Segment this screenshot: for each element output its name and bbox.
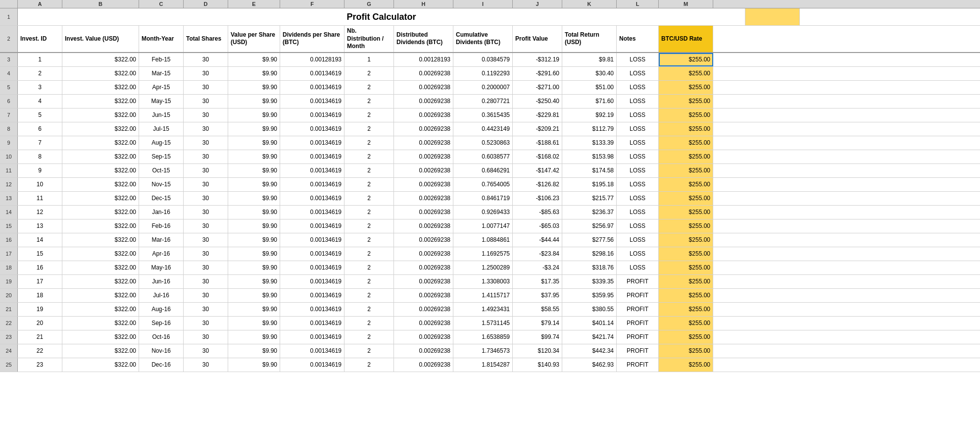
cell-month-year[interactable]: Mar-15 (139, 67, 184, 80)
cell-cumulative-dividents[interactable]: 1.7346573 (453, 344, 513, 358)
cell-nb-distribution[interactable]: 2 (344, 108, 394, 122)
cell-invest-id[interactable]: 1 (18, 53, 62, 66)
cell-total-shares[interactable]: 30 (184, 178, 228, 191)
cell-total-return[interactable]: $401.14 (562, 317, 617, 330)
cell-btc-usd-rate[interactable]: $255.00 (659, 330, 713, 344)
cell-month-year[interactable]: Sep-15 (139, 150, 184, 163)
cell-invest-id[interactable]: 21 (18, 330, 62, 344)
cell-total-shares[interactable]: 30 (184, 289, 228, 302)
col-header-b[interactable]: B (62, 0, 139, 8)
cell-cumulative-dividents[interactable]: 0.1192293 (453, 67, 513, 80)
cell-invest-value[interactable]: $322.00 (62, 122, 139, 136)
cell-invest-id[interactable]: 16 (18, 261, 62, 274)
cell-invest-value[interactable]: $322.00 (62, 275, 139, 288)
cell-distributed-dividends[interactable]: 0.00269238 (394, 303, 453, 316)
cell-distributed-dividends[interactable]: 0.00269238 (394, 67, 453, 80)
cell-total-return[interactable]: $174.58 (562, 164, 617, 177)
table-row[interactable]: 9 7 $322.00 Aug-15 30 $9.90 0.00134619 2… (0, 136, 980, 150)
cell-notes[interactable]: LOSS (617, 67, 659, 80)
cell-distributed-dividends[interactable]: 0.00269238 (394, 136, 453, 150)
cell-total-shares[interactable]: 30 (184, 150, 228, 163)
cell-total-return[interactable]: $153.98 (562, 150, 617, 163)
cell-cumulative-dividents[interactable]: 0.9269433 (453, 206, 513, 219)
cell-nb-distribution[interactable]: 2 (344, 344, 394, 358)
cell-invest-id[interactable]: 8 (18, 150, 62, 163)
table-row[interactable]: 13 11 $322.00 Dec-15 30 $9.90 0.00134619… (0, 192, 980, 206)
cell-invest-id[interactable]: 10 (18, 178, 62, 191)
cell-notes[interactable]: LOSS (617, 192, 659, 205)
cell-invest-id[interactable]: 19 (18, 303, 62, 316)
cell-invest-value[interactable]: $322.00 (62, 192, 139, 205)
cell-profit-value[interactable]: $140.93 (513, 358, 562, 372)
cell-invest-id[interactable]: 13 (18, 219, 62, 233)
cell-notes[interactable]: LOSS (617, 150, 659, 163)
cell-total-shares[interactable]: 30 (184, 247, 228, 261)
cell-btc-usd-rate[interactable]: $255.00 (659, 289, 713, 302)
cell-invest-value[interactable]: $322.00 (62, 219, 139, 233)
col-header-m[interactable]: M (659, 0, 713, 8)
cell-btc-usd-rate[interactable]: $255.00 (659, 136, 713, 150)
cell-month-year[interactable]: Mar-16 (139, 233, 184, 247)
cell-invest-id[interactable]: 14 (18, 233, 62, 247)
cell-dividends-per-share[interactable]: 0.00134619 (280, 108, 344, 122)
cell-notes[interactable]: PROFIT (617, 303, 659, 316)
cell-notes[interactable]: LOSS (617, 219, 659, 233)
cell-distributed-dividends[interactable]: 0.00128193 (394, 53, 453, 66)
col-header-f[interactable]: F (280, 0, 344, 8)
cell-dividends-per-share[interactable]: 0.00134619 (280, 344, 344, 358)
cell-btc-usd-rate[interactable]: $255.00 (659, 303, 713, 316)
cell-btc-usd-rate[interactable]: $255.00 (659, 164, 713, 177)
cell-cumulative-dividents[interactable]: 0.7654005 (453, 178, 513, 191)
cell-btc-usd-rate[interactable]: $255.00 (659, 81, 713, 94)
cell-total-shares[interactable]: 30 (184, 122, 228, 136)
cell-invest-id[interactable]: 18 (18, 289, 62, 302)
cell-dividends-per-share[interactable]: 0.00134619 (280, 67, 344, 80)
cell-btc-usd-rate[interactable]: $255.00 (659, 95, 713, 108)
cell-cumulative-dividents[interactable]: 0.2000007 (453, 81, 513, 94)
cell-invest-id[interactable]: 23 (18, 358, 62, 372)
table-row[interactable]: 22 20 $322.00 Sep-16 30 $9.90 0.00134619… (0, 317, 980, 330)
cell-total-return[interactable]: $112.79 (562, 122, 617, 136)
table-row[interactable]: 20 18 $322.00 Jul-16 30 $9.90 0.00134619… (0, 289, 980, 303)
cell-invest-value[interactable]: $322.00 (62, 344, 139, 358)
cell-month-year[interactable]: Sep-16 (139, 317, 184, 330)
cell-invest-value[interactable]: $322.00 (62, 233, 139, 247)
cell-total-return[interactable]: $359.95 (562, 289, 617, 302)
cell-month-year[interactable]: Apr-15 (139, 81, 184, 94)
cell-value-per-share[interactable]: $9.90 (228, 261, 280, 274)
cell-dividends-per-share[interactable]: 0.00134619 (280, 330, 344, 344)
cell-total-return[interactable]: $277.56 (562, 233, 617, 247)
cell-distributed-dividends[interactable]: 0.00269238 (394, 206, 453, 219)
cell-profit-value[interactable]: -$229.81 (513, 108, 562, 122)
cell-profit-value[interactable]: -$3.24 (513, 261, 562, 274)
cell-invest-value[interactable]: $322.00 (62, 53, 139, 66)
cell-invest-value[interactable]: $322.00 (62, 330, 139, 344)
cell-dividends-per-share[interactable]: 0.00134619 (280, 317, 344, 330)
col-header-l[interactable]: L (617, 0, 659, 8)
cell-notes[interactable]: LOSS (617, 53, 659, 66)
cell-month-year[interactable]: Aug-16 (139, 303, 184, 316)
col-header-c[interactable]: C (139, 0, 184, 8)
cell-nb-distribution[interactable]: 2 (344, 330, 394, 344)
cell-btc-usd-rate[interactable]: $255.00 (659, 233, 713, 247)
cell-total-shares[interactable]: 30 (184, 219, 228, 233)
cell-nb-distribution[interactable]: 2 (344, 275, 394, 288)
cell-dividends-per-share[interactable]: 0.00134619 (280, 178, 344, 191)
cell-month-year[interactable]: Dec-16 (139, 358, 184, 372)
cell-invest-value[interactable]: $322.00 (62, 178, 139, 191)
cell-value-per-share[interactable]: $9.90 (228, 275, 280, 288)
cell-total-shares[interactable]: 30 (184, 233, 228, 247)
cell-value-per-share[interactable]: $9.90 (228, 136, 280, 150)
cell-total-return[interactable]: $421.74 (562, 330, 617, 344)
cell-dividends-per-share[interactable]: 0.00134619 (280, 192, 344, 205)
cell-notes[interactable]: PROFIT (617, 289, 659, 302)
table-row[interactable]: 21 19 $322.00 Aug-16 30 $9.90 0.00134619… (0, 303, 980, 317)
cell-value-per-share[interactable]: $9.90 (228, 289, 280, 302)
cell-month-year[interactable]: Jul-16 (139, 289, 184, 302)
cell-invest-value[interactable]: $322.00 (62, 150, 139, 163)
cell-dividends-per-share[interactable]: 0.00134619 (280, 206, 344, 219)
cell-nb-distribution[interactable]: 2 (344, 206, 394, 219)
cell-profit-value[interactable]: -$188.61 (513, 136, 562, 150)
cell-btc-usd-rate[interactable]: $255.00 (659, 344, 713, 358)
cell-cumulative-dividents[interactable]: 1.4115717 (453, 289, 513, 302)
